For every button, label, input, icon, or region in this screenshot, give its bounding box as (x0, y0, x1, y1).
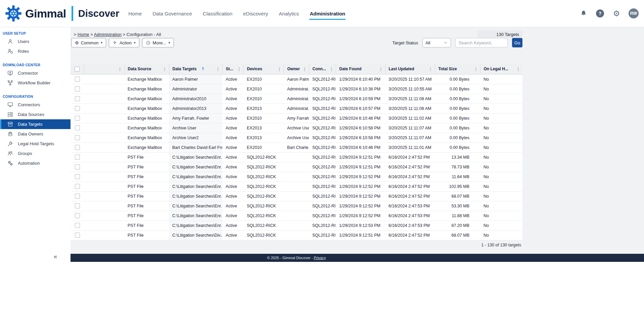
sidebar-item-data-sources[interactable]: Data Sources (0, 110, 71, 119)
cell-size: 53.30 MB (435, 201, 480, 211)
table-row[interactable]: Exchange MailboxAmy Farrah. FowlerActive… (71, 113, 522, 123)
nav-administration[interactable]: Administration (309, 7, 346, 20)
table-row[interactable]: Exchange MailboxAaron PalmerActiveEX2010… (71, 74, 522, 84)
row-checkbox[interactable] (75, 203, 80, 208)
row-checkbox[interactable] (75, 77, 80, 82)
people-icon (7, 131, 13, 137)
row-checkbox[interactable] (75, 135, 80, 140)
table-row[interactable]: Exchange MailboxArchive User2ActiveEX201… (71, 133, 522, 143)
column-menu-icon[interactable]: ⋮ (118, 67, 122, 72)
table-row[interactable]: Exchange MailboxBart Charles David Earl … (71, 143, 522, 152)
search-input[interactable] (455, 38, 508, 47)
row-select-cell (71, 74, 84, 84)
table-row[interactable]: PST FileC:\Litigation Searches\Enr...Act… (71, 201, 522, 211)
sidebar-item-connector[interactable]: Connector (0, 68, 71, 78)
sidebar-item-data-targets[interactable]: Data Targets (0, 119, 71, 129)
row-select-cell (71, 191, 84, 201)
sidebar-item-automation[interactable]: Automation (0, 158, 71, 168)
cell-devices: SQL2012-RICK (243, 211, 284, 221)
user-avatar[interactable]: RW (629, 8, 639, 18)
row-checkbox[interactable] (75, 233, 80, 238)
breadcrumb-administration[interactable]: Administration (94, 32, 122, 37)
nav-classification[interactable]: Classification (202, 7, 233, 20)
cell-updated: 3/20/2025 11:11:07 AM (385, 123, 435, 133)
caret-down-icon: ▾ (169, 41, 170, 44)
sidebar-item-data-owners[interactable]: Data Owners (0, 129, 71, 139)
table-row[interactable]: PST FileC:\Litigation Searches\Enr...Act… (71, 221, 522, 230)
nav-ediscovery[interactable]: eDiscovery (243, 7, 268, 20)
sidebar-item-roles[interactable]: Roles (0, 46, 71, 56)
cell-source: Exchange Mailbox (124, 84, 169, 94)
breadcrumb-home[interactable]: Home (78, 32, 89, 37)
table-row[interactable]: PST FileC:\Litigation Searches\Enr...Act… (71, 172, 522, 182)
sidebar-collapse-icon[interactable]: « (54, 253, 57, 260)
column-menu-icon[interactable]: ⋮ (163, 67, 167, 72)
cell-owner (284, 162, 309, 172)
server-icon (7, 111, 13, 118)
nav-data-governance[interactable]: Data Governance (152, 7, 192, 20)
gavel-icon (7, 141, 13, 147)
cell-found: 1/29/2024 9:12:51 PM (336, 152, 385, 162)
column-menu-icon[interactable]: ⋮ (428, 67, 433, 72)
cell-devices: SQL2012-RICK (243, 230, 284, 240)
nav-home[interactable]: Home (128, 7, 142, 20)
row-checkbox[interactable] (75, 86, 80, 91)
row-checkbox[interactable] (75, 174, 80, 179)
nav-analytics[interactable]: Analytics (278, 7, 299, 20)
row-checkbox[interactable] (75, 106, 80, 111)
row-checkbox[interactable] (75, 155, 80, 160)
table-row[interactable]: PST FileC:\Litigation Searches\Enr...Act… (71, 191, 522, 201)
table-row[interactable]: PST FileC:\Litigation Searches\Enr...Act… (71, 182, 522, 191)
cell-updated: 6/16/2024 2:47:53 PM (385, 201, 435, 211)
row-checkbox[interactable] (75, 213, 80, 218)
row-checkbox[interactable] (75, 116, 80, 121)
column-menu-icon[interactable]: ⋮ (329, 67, 334, 72)
table-row[interactable]: PST FileC:\Litigation Searches\Enr...Act… (71, 162, 522, 172)
settings-gear-icon[interactable]: ⚙ (612, 9, 621, 18)
cell-source: Exchange Mailbox (124, 133, 169, 143)
cell-status: Active (222, 230, 243, 240)
privacy-link[interactable]: Privacy (314, 256, 326, 260)
table-row[interactable]: Exchange MailboxAdministratorActiveEX201… (71, 84, 522, 94)
row-checkbox[interactable] (75, 223, 80, 228)
common-button[interactable]: ⚙Common▾ (71, 38, 106, 47)
table-row[interactable]: PST FileC:\Litigation Searches\Enr...Act… (71, 211, 522, 221)
row-checkbox[interactable] (75, 145, 80, 150)
select-all-checkbox[interactable] (75, 67, 80, 72)
sidebar-item-users[interactable]: Users (0, 37, 71, 46)
table-row[interactable]: PST FileC:\Litigation Searches\Div...Act… (71, 230, 522, 240)
sidebar-item-groups[interactable]: Groups (0, 149, 71, 158)
help-icon[interactable]: ? (596, 9, 604, 18)
sidebar-item-connectors[interactable]: Connectors (0, 100, 71, 110)
notifications-bell-icon[interactable] (579, 9, 588, 18)
table-row[interactable]: PST FileC:\Litigation Searches\Enr...Act… (71, 152, 522, 162)
column-menu-icon[interactable]: ⋮ (474, 67, 478, 72)
column-menu-icon[interactable]: ⋮ (277, 67, 282, 72)
cell-source: Exchange Mailbox (124, 94, 169, 104)
sidebar-item-label: Connectors (18, 102, 40, 107)
brand-logo[interactable]: Gimmal Discover (5, 5, 119, 22)
table-row[interactable]: Exchange MailboxAdministrator2010ActiveE… (71, 94, 522, 104)
column-menu-icon[interactable]: ⋮ (303, 67, 307, 72)
table-row[interactable]: Exchange MailboxAdministrator2013ActiveE… (71, 104, 522, 113)
cell-found: 1/29/2024 6:10:58 PM (336, 123, 385, 133)
row-checkbox[interactable] (75, 164, 80, 169)
row-checkbox[interactable] (75, 96, 80, 101)
row-checkbox[interactable] (75, 194, 80, 199)
row-checkbox[interactable] (75, 125, 80, 130)
table-row[interactable]: Exchange MailboxArchive UserActiveEX2013… (71, 123, 522, 133)
sidebar-item-legal-hold-targets[interactable]: Legal Hold Targets (0, 139, 71, 149)
target-status-select[interactable]: All (422, 38, 451, 47)
column-label: St... (226, 67, 233, 71)
column-menu-icon[interactable]: ⋮ (237, 67, 241, 72)
row-select-cell (71, 230, 84, 240)
column-menu-icon[interactable]: ⋮ (516, 67, 520, 72)
go-button[interactable]: Go (512, 38, 522, 47)
sidebar-item-workflow-builder[interactable]: Workflow Builder (0, 78, 71, 88)
column-menu-icon[interactable]: ⋮ (216, 67, 220, 72)
row-checkbox[interactable] (75, 184, 80, 189)
cell-found: 1/29/2024 6:10:58 PM (336, 133, 385, 143)
column-menu-icon[interactable]: ⋮ (379, 67, 383, 72)
more-button[interactable]: More...▾ (142, 38, 174, 47)
action-button[interactable]: Action▾ (109, 38, 139, 47)
